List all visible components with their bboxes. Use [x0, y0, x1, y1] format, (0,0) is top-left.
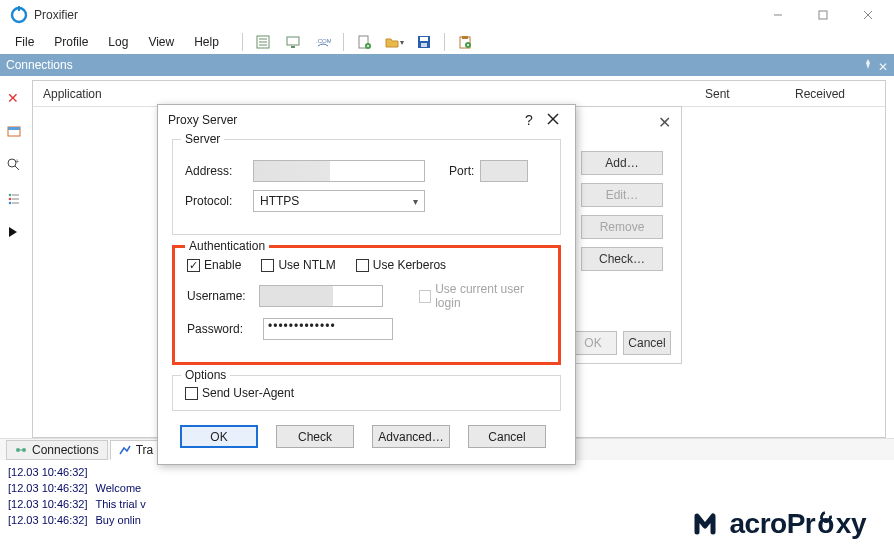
check-button[interactable]: Check…	[581, 247, 663, 271]
svg-point-34	[22, 448, 26, 452]
toolbar-folder-icon[interactable]: ▾	[384, 32, 404, 52]
column-application[interactable]: Application	[43, 87, 705, 101]
menu-profile[interactable]: Profile	[45, 32, 97, 52]
svg-line-24	[15, 166, 19, 170]
column-sent[interactable]: Sent	[705, 87, 795, 101]
protocol-value: HTTPS	[260, 194, 299, 208]
left-toolbar: ✕ +	[0, 76, 30, 438]
tab-connections-label: Connections	[32, 443, 99, 457]
svg-rect-11	[291, 46, 295, 48]
address-label: Address:	[185, 164, 247, 178]
svg-text:.COM: .COM	[316, 38, 331, 44]
left-play-icon[interactable]	[7, 226, 23, 242]
protocol-label: Protocol:	[185, 194, 247, 208]
svg-rect-22	[8, 127, 20, 130]
use-kerberos-checkbox[interactable]: Use Kerberos	[356, 258, 446, 272]
tab-traffic[interactable]: Tra	[110, 440, 163, 460]
dialog-cancel-button[interactable]: Cancel	[468, 425, 546, 448]
dialog-help-icon[interactable]: ?	[517, 112, 541, 128]
proxy-server-dialog: Proxy Server ? Server Address: Port: Pro…	[157, 104, 576, 465]
svg-point-28	[9, 202, 12, 205]
options-group: Options Send User-Agent	[172, 375, 561, 411]
address-input[interactable]	[253, 160, 425, 182]
tab-traffic-label: Tra	[136, 443, 154, 457]
left-close-icon[interactable]: ✕	[7, 90, 23, 106]
username-label: Username:	[187, 289, 253, 303]
dialog-title: Proxy Server	[168, 113, 517, 127]
password-input[interactable]: •••••••••••••	[263, 318, 393, 340]
dialog-check-button[interactable]: Check	[276, 425, 354, 448]
edit-button[interactable]: Edit…	[581, 183, 663, 207]
server-group: Server Address: Port: Protocol: HTTPS ▾	[172, 139, 561, 235]
minimize-button[interactable]	[755, 1, 800, 29]
password-label: Password:	[187, 322, 257, 336]
log-line: [12.03 10:46:32]Welcome	[8, 480, 886, 496]
menubar: File Profile Log View Help .COM ▾	[0, 30, 894, 54]
add-button[interactable]: Add…	[581, 151, 663, 175]
toolbar-clipboard-icon[interactable]	[455, 32, 475, 52]
svg-text:+: +	[15, 158, 19, 165]
svg-rect-1	[18, 6, 20, 11]
pin-icon[interactable]: ✕	[861, 57, 888, 74]
toolbar-save-icon[interactable]	[414, 32, 434, 52]
svg-rect-19	[462, 36, 468, 39]
toolbar-list-icon[interactable]	[253, 32, 273, 52]
svg-point-27	[9, 198, 12, 201]
svg-point-33	[16, 448, 20, 452]
use-current-user-checkbox: Use current user login	[419, 282, 546, 310]
dialog-advanced-button[interactable]: Advanced…	[372, 425, 450, 448]
panel-ok-button[interactable]: OK	[569, 331, 617, 355]
protocol-select[interactable]: HTTPS ▾	[253, 190, 425, 212]
remove-button[interactable]: Remove	[581, 215, 663, 239]
use-ntlm-checkbox[interactable]: Use NTLM	[261, 258, 335, 272]
enable-checkbox[interactable]: Enable	[187, 258, 241, 272]
connections-bar-title: Connections	[6, 58, 73, 72]
maximize-button[interactable]	[800, 1, 845, 29]
chevron-down-icon: ▾	[413, 196, 418, 207]
options-legend: Options	[181, 368, 230, 382]
toolbar-page-icon[interactable]	[354, 32, 374, 52]
svg-rect-10	[287, 37, 299, 45]
connections-bar: Connections ✕	[0, 54, 894, 76]
toolbar-dns-icon[interactable]: .COM	[313, 32, 333, 52]
left-search-icon[interactable]: +	[7, 158, 23, 174]
app-icon	[10, 6, 28, 24]
svg-point-26	[9, 194, 12, 197]
menu-help[interactable]: Help	[185, 32, 228, 52]
close-button[interactable]	[845, 1, 890, 29]
menu-log[interactable]: Log	[99, 32, 137, 52]
menu-view[interactable]: View	[139, 32, 183, 52]
left-window-icon[interactable]	[7, 124, 23, 140]
dialog-ok-button[interactable]: OK	[180, 425, 258, 448]
username-input[interactable]	[259, 285, 383, 307]
proxy-list-panel: ✕ Add… Edit… Remove Check… OK Cancel	[562, 106, 682, 364]
panel-cancel-button[interactable]: Cancel	[623, 331, 671, 355]
log-line: [12.03 10:46:32]	[8, 464, 886, 480]
svg-rect-3	[819, 11, 827, 19]
svg-rect-17	[421, 43, 427, 47]
column-received[interactable]: Received	[795, 87, 885, 101]
left-tree-icon[interactable]	[7, 192, 23, 208]
port-label: Port:	[449, 164, 474, 178]
panel-close-icon[interactable]: ✕	[658, 113, 671, 132]
window-title: Proxifier	[34, 8, 755, 22]
macroproxy-logo: acroProxy	[694, 508, 866, 540]
tab-connections[interactable]: Connections	[6, 440, 108, 460]
send-user-agent-checkbox[interactable]: Send User-Agent	[185, 386, 548, 400]
toolbar-monitor-icon[interactable]	[283, 32, 303, 52]
dialog-close-icon[interactable]	[541, 113, 565, 128]
server-legend: Server	[181, 132, 224, 146]
menu-file[interactable]: File	[6, 32, 43, 52]
svg-rect-16	[420, 37, 428, 41]
port-input[interactable]	[480, 160, 528, 182]
authentication-group: Authentication Enable Use NTLM Use Kerbe…	[172, 245, 561, 365]
auth-legend: Authentication	[185, 239, 269, 253]
titlebar: Proxifier	[0, 0, 894, 30]
